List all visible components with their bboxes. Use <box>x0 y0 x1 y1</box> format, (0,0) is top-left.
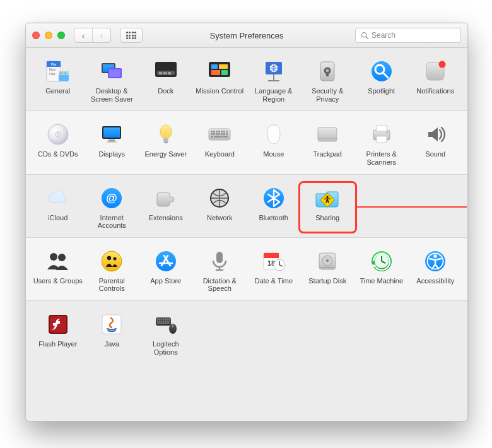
svg-line-1 <box>366 37 368 38</box>
pref-printers[interactable]: Printers & Scanners <box>354 120 409 167</box>
pref-trackpad[interactable]: Trackpad <box>301 120 355 167</box>
pref-label: Java <box>105 340 119 348</box>
pref-row: Flash PlayerJavaLogitech Options <box>26 301 467 363</box>
pref-language[interactable]: Language & Region <box>247 57 301 104</box>
pref-timemachine[interactable]: Time Machine <box>354 247 409 294</box>
empty-cell <box>409 184 463 231</box>
empty-cell <box>354 184 409 231</box>
pref-desktop[interactable]: Desktop & Screen Saver <box>85 57 139 104</box>
pref-label: Trackpad <box>313 150 342 158</box>
pref-label: Internet Accounts <box>86 214 137 230</box>
pref-sharing[interactable]: Sharing <box>301 184 355 231</box>
pref-row: iCloudInternet AccountsExtensionsNetwork… <box>26 175 467 237</box>
empty-cell <box>247 310 301 357</box>
pref-label: Mission Control <box>196 87 243 95</box>
dock-icon <box>153 58 179 85</box>
pref-network[interactable]: Network <box>193 184 247 231</box>
search-field[interactable]: Search <box>355 28 461 43</box>
system-preferences-window: ‹ › System Preferences Search General <box>25 23 468 421</box>
pref-displays[interactable]: Displays <box>85 120 139 167</box>
pref-bluetooth[interactable]: Bluetooth <box>247 184 301 231</box>
general-icon <box>45 58 71 85</box>
pref-label: Language & Region <box>249 87 299 103</box>
displays-icon <box>98 121 125 148</box>
network-icon <box>206 185 233 211</box>
parental-icon <box>98 248 125 274</box>
zoom-button[interactable] <box>57 32 65 39</box>
pref-label: iCloud <box>48 214 67 222</box>
search-icon <box>361 32 368 39</box>
pref-label: Dock <box>158 87 173 95</box>
pref-mission[interactable]: Mission Control <box>193 57 247 104</box>
pref-general[interactable]: General <box>31 57 85 104</box>
pref-dictation[interactable]: Dictation & Speech <box>193 247 247 294</box>
language-icon <box>261 58 287 85</box>
pref-users[interactable]: Users & Groups <box>31 247 85 294</box>
cds-icon <box>45 121 71 148</box>
pref-datetime[interactable]: Date & Time <box>247 247 301 294</box>
pref-dock[interactable]: Dock <box>139 57 193 104</box>
pref-label: Date & Time <box>254 277 293 285</box>
flash-icon <box>45 311 71 338</box>
back-button[interactable]: ‹ <box>74 28 93 42</box>
notifications-icon <box>422 58 448 85</box>
pref-label: Bluetooth <box>259 214 288 222</box>
logitech-icon <box>153 311 179 338</box>
pref-label: Flash Player <box>38 340 77 348</box>
mission-icon <box>206 58 233 85</box>
pref-keyboard[interactable]: Keyboard <box>193 120 247 167</box>
pref-label: Users & Groups <box>33 277 83 285</box>
close-button[interactable] <box>32 32 40 39</box>
empty-cell <box>301 310 355 357</box>
window-controls <box>32 32 65 39</box>
pref-label: Extensions <box>149 214 183 222</box>
pref-label: Energy Saver <box>144 150 187 158</box>
sound-icon <box>422 121 448 148</box>
pref-label: App Store <box>150 277 181 285</box>
pref-label: Spotlight <box>368 87 395 95</box>
pref-accessibility[interactable]: Accessibility <box>409 247 463 294</box>
pref-label: Mouse <box>263 150 284 158</box>
pref-sound[interactable]: Sound <box>409 120 463 167</box>
pref-internet[interactable]: Internet Accounts <box>85 184 139 231</box>
pref-label: Network <box>207 214 232 222</box>
pref-extensions[interactable]: Extensions <box>139 184 193 231</box>
pref-icloud[interactable]: iCloud <box>31 184 85 231</box>
pref-energy[interactable]: Energy Saver <box>139 120 193 167</box>
bluetooth-icon <box>261 185 287 211</box>
pref-appstore[interactable]: App Store <box>139 247 193 294</box>
pref-label: Accessibility <box>416 277 454 285</box>
pref-label: Printers & Scanners <box>356 150 407 166</box>
pref-flash[interactable]: Flash Player <box>31 310 85 357</box>
pref-label: Startup Disk <box>308 277 346 285</box>
dictation-icon <box>206 248 233 274</box>
forward-button[interactable]: › <box>93 28 110 42</box>
pref-spotlight[interactable]: Spotlight <box>354 57 409 104</box>
pref-java[interactable]: Java <box>85 310 139 357</box>
pref-label: Sharing <box>315 214 339 222</box>
pref-notifications[interactable]: Notifications <box>409 57 463 104</box>
pref-startup[interactable]: Startup Disk <box>301 247 355 294</box>
pref-security[interactable]: Security & Privacy <box>301 57 355 104</box>
pref-label: Desktop & Screen Saver <box>86 87 137 103</box>
pref-logitech[interactable]: Logitech Options <box>139 310 193 357</box>
pref-mouse[interactable]: Mouse <box>247 120 301 167</box>
internet-icon <box>98 185 125 211</box>
pref-label: Displays <box>98 150 125 158</box>
energy-icon <box>153 121 179 148</box>
minimize-button[interactable] <box>45 32 52 39</box>
pref-label: CDs & DVDs <box>38 150 78 158</box>
pref-cds[interactable]: CDs & DVDs <box>31 120 85 167</box>
pref-row: Users & GroupsParental ControlsApp Store… <box>26 238 467 300</box>
appstore-icon <box>153 248 179 274</box>
empty-cell <box>409 310 463 357</box>
pref-label: General <box>45 87 70 95</box>
pref-label: Logitech Options <box>141 340 191 356</box>
show-all-button[interactable] <box>120 28 143 43</box>
icloud-icon <box>45 185 71 211</box>
java-icon <box>98 311 125 338</box>
pref-label: Notifications <box>416 87 454 95</box>
pref-parental[interactable]: Parental Controls <box>85 247 139 294</box>
pref-label: Time Machine <box>360 277 403 285</box>
pref-label: Dictation & Speech <box>194 277 245 293</box>
